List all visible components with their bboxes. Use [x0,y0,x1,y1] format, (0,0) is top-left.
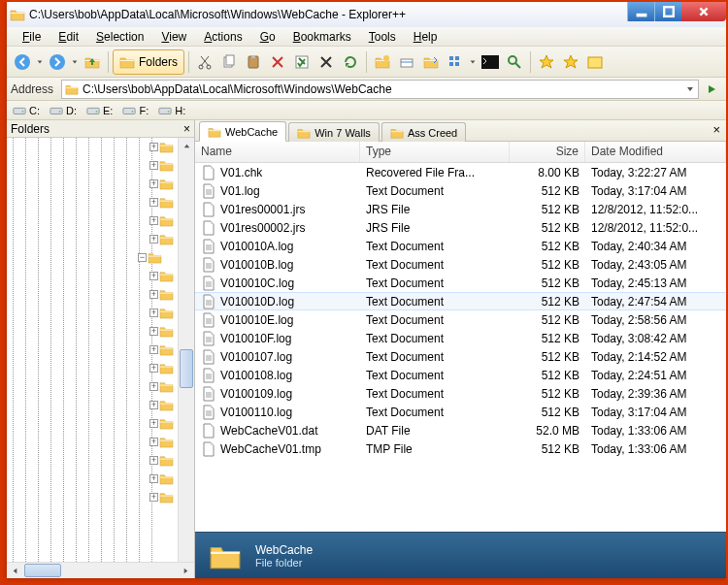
tree-node[interactable]: + [149,359,177,377]
search-button[interactable] [503,50,526,74]
cut-button[interactable] [193,50,216,74]
minimize-button[interactable] [627,2,654,21]
expand-icon[interactable]: + [149,493,158,502]
expand-icon[interactable]: + [149,179,158,188]
forward-history-dropdown[interactable] [70,50,80,74]
expand-icon[interactable]: + [149,456,158,465]
properties-button[interactable] [290,50,314,74]
tree-node[interactable]: + [149,341,177,359]
file-row[interactable]: V01res00002.jrsJRS File512 KB12/8/2012, … [195,218,726,237]
tree-node[interactable]: + [149,414,177,433]
file-row[interactable]: WebCacheV01.datDAT File52.0 MBToday, 1:3… [195,421,726,439]
back-history-dropdown[interactable] [35,50,45,74]
expand-icon[interactable]: + [149,401,158,409]
expand-icon[interactable]: + [149,161,158,170]
tab-2[interactable]: Ass Creed [381,122,466,142]
tab-0[interactable]: WebCache [199,121,286,142]
col-date[interactable]: Date Modified [585,142,726,162]
tree-vscrollbar[interactable] [178,138,194,562]
up-button[interactable] [81,50,104,74]
tree-hscrollbar[interactable] [7,562,194,578]
tree-node[interactable]: + [149,138,177,156]
menu-help[interactable]: Help [406,28,446,46]
tree-node[interactable]: + [149,377,177,396]
bookmark-star-button[interactable] [535,50,558,74]
expand-icon[interactable]: + [149,474,158,483]
file-row[interactable]: V010010B.logText Document512 KBToday, 2:… [195,255,726,274]
file-row[interactable]: V010010E.logText Document512 KBToday, 2:… [195,310,726,329]
file-row[interactable]: V01.chkRecovered File Fra...8.00 KBToday… [195,163,726,181]
delete-perm-button[interactable] [314,50,338,74]
bookmark-folder-button[interactable] [583,50,607,74]
menu-edit[interactable]: Edit [50,28,86,46]
drive-h[interactable]: H: [158,105,185,116]
expand-icon[interactable]: + [149,198,158,207]
bookmark-star2-button[interactable] [559,50,582,74]
file-row[interactable]: V01res00001.jrsJRS File512 KB12/8/2012, … [195,200,726,218]
copy-button[interactable] [217,50,241,74]
menu-go[interactable]: Go [252,28,283,46]
tree-node[interactable]: + [149,396,177,414]
views-dropdown[interactable] [468,50,478,74]
col-type[interactable]: Type [360,142,510,162]
drive-d[interactable]: D: [50,105,77,116]
file-row[interactable]: V010010C.logText Document512 KBToday, 2:… [195,274,726,292]
forward-button[interactable] [46,50,69,74]
tree-node[interactable]: + [149,230,177,248]
menu-bookmarks[interactable]: Bookmarks [285,28,359,46]
tree-node[interactable]: + [149,322,177,341]
folder-tree[interactable]: ++++++−+++++++++++++ [7,138,178,562]
expand-icon[interactable]: − [138,253,147,262]
delete-button[interactable] [266,50,289,74]
maximize-button[interactable] [654,2,681,21]
expand-icon[interactable]: + [149,235,158,244]
tree-node[interactable]: + [149,267,177,285]
dropdown-icon[interactable] [685,84,695,94]
address-input[interactable] [83,82,681,96]
file-row[interactable]: V010010D.logText Document512 KBToday, 2:… [195,292,726,310]
new-folder-button[interactable] [371,50,394,74]
paste-button[interactable] [242,50,265,74]
expand-icon[interactable]: + [149,382,158,391]
go-button[interactable] [703,80,722,99]
menu-actions[interactable]: Actions [196,28,249,46]
tab-1[interactable]: Win 7 Walls [288,122,380,142]
tab-bar-close[interactable]: × [709,122,724,137]
col-size[interactable]: Size [510,142,585,162]
tree-node[interactable]: + [149,175,177,193]
close-button[interactable] [681,2,726,21]
drive-c[interactable]: C: [13,105,40,116]
file-row[interactable]: V010010A.logText Document512 KBToday, 2:… [195,237,726,255]
address-input-wrap[interactable] [61,80,699,99]
file-row[interactable]: V01.logText Document512 KBToday, 3:17:04… [195,181,726,200]
drive-f[interactable]: F: [122,105,149,116]
folders-toggle[interactable]: Folders [113,49,184,75]
expand-icon[interactable]: + [149,345,158,354]
tree-node[interactable]: + [149,156,177,175]
menu-file[interactable]: File [15,28,49,46]
expand-icon[interactable]: + [149,327,158,336]
tree-node[interactable]: + [149,433,177,451]
drive-e[interactable]: E: [86,105,113,116]
file-row[interactable]: V0100107.logText Document512 KBToday, 2:… [195,347,726,366]
expand-icon[interactable]: + [149,216,158,225]
tree-node[interactable]: + [149,470,177,488]
copy-path-button[interactable] [395,50,418,74]
views-button[interactable] [444,50,467,74]
menu-selection[interactable]: Selection [88,28,151,46]
list-header[interactable]: Name Type Size Date Modified [195,142,726,163]
tree-node[interactable]: + [149,285,177,304]
terminal-button[interactable] [479,50,502,74]
tree-node[interactable]: + [149,304,177,322]
menu-view[interactable]: View [153,28,194,46]
expand-icon[interactable]: + [149,143,158,151]
file-row[interactable]: V010010F.logText Document512 KBToday, 3:… [195,329,726,347]
col-name[interactable]: Name [195,142,360,162]
expand-icon[interactable]: + [149,309,158,317]
expand-icon[interactable]: + [149,419,158,428]
move-button[interactable] [419,50,443,74]
expand-icon[interactable]: + [149,364,158,373]
tree-node[interactable]: + [149,451,177,470]
file-row[interactable]: WebCacheV01.tmpTMP File512 KBToday, 1:33… [195,439,726,458]
back-button[interactable] [11,50,34,74]
